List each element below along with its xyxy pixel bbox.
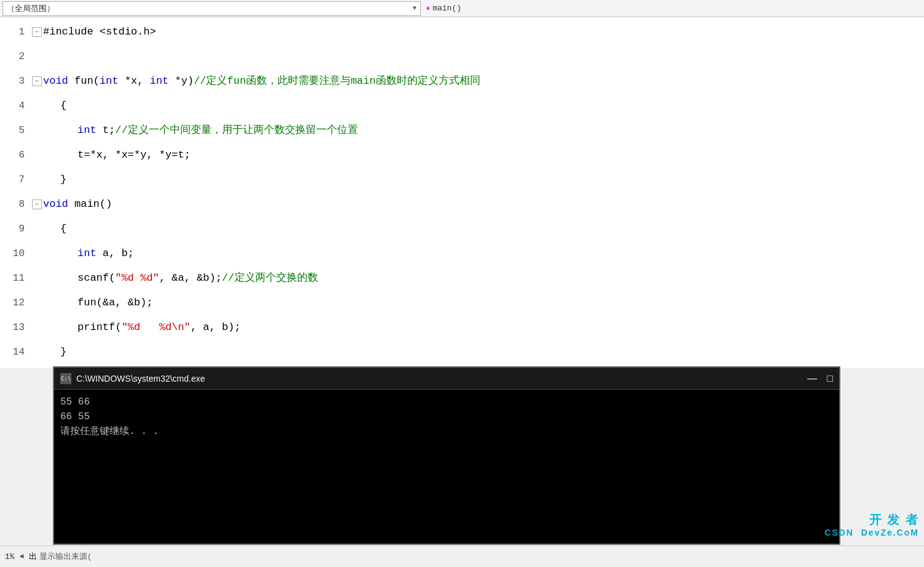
code-content: #include <stdio.h> [43,20,156,44]
code-content: printf("%d %d\n", a, b); [78,315,241,340]
line-number: 14 [0,340,32,364]
code-content: int a, b; [78,241,134,266]
code-line: 12fun(&a, &b); [0,291,924,315]
code-content: scanf("%d %d", &a, &b);//定义两个交换的数 [78,266,318,291]
line-number: 3 [0,69,32,94]
token-normal: <stdio.h> [100,26,156,38]
token-normal: } [60,174,66,185]
code-line: 13printf("%d %d\n", a, b); [0,315,924,340]
code-line: 8−void main() [0,192,924,217]
token-normal: { [60,223,66,235]
line-number: 10 [0,241,32,266]
cmd-icon: C:\ [60,373,71,384]
cmd-output-line: 55 66 [60,395,833,409]
maximize-button[interactable]: □ [827,374,833,384]
line-number: 4 [0,94,32,118]
scope-label: （全局范围） [7,3,55,14]
collapse-button[interactable]: − [32,199,42,209]
code-line: 14} [0,340,924,364]
code-content: } [60,340,66,364]
token-normal: , a, b); [191,321,241,333]
token-kw: int [149,75,169,87]
token-comment: //定义一个中间变量，用于让两个数交换留一个位置 [115,124,357,136]
line-number: 6 [0,143,32,167]
code-line: 5int t;//定义一个中间变量，用于让两个数交换留一个位置 [0,118,924,143]
status-bar: 1% ◄ 出 显示输出来源( [0,545,924,567]
zoom-control: 1% ◄ [5,552,24,561]
line-number: 11 [0,266,32,291]
code-content: { [60,217,66,241]
code-content: } [60,167,66,192]
token-normal: t=*x, *x=*y, *y=t; [78,149,191,161]
collapse-button[interactable]: − [32,76,42,86]
code-content: { [60,94,66,118]
token-normal: } [60,346,66,358]
cmd-titlebar: C:\ C:\WINDOWS\system32\cmd.exe — □ [54,368,839,390]
function-indicator: ♦ main() [426,4,461,13]
code-line: 1−#include <stdio.h> [0,20,924,44]
code-editor[interactable]: 1−#include <stdio.h>23−void fun(int *x, … [0,17,924,368]
watermark: 开 发 者 CSDN DevZe.CoM [824,512,919,537]
function-label: main() [432,4,461,13]
line-number: 8 [0,192,32,217]
token-normal: scanf( [78,272,115,284]
scroll-left-arrow[interactable]: ◄ [20,552,24,561]
token-str: "%d %d" [115,272,159,284]
code-line: 4{ [0,94,924,118]
token-normal: fun( [68,75,100,87]
line-number: 13 [0,315,32,340]
cmd-output-line: 请按任意键继续. . . [60,424,833,439]
token-normal: , &a, &b); [159,272,222,284]
cmd-controls: — □ [807,374,833,384]
code-area: 1−#include <stdio.h>23−void fun(int *x, … [0,17,924,367]
line-number: 5 [0,118,32,143]
token-normal: main() [68,198,112,210]
token-normal: #include [43,26,100,38]
code-line: 9{ [0,217,924,241]
scope-arrow: ▼ [413,5,416,12]
cmd-body: 55 6666 55请按任意键继续. . . [54,390,839,444]
code-line: 3−void fun(int *x, int *y)//定义fun函数，此时需要… [0,69,924,94]
token-kw: int [78,247,97,259]
cmd-window: C:\ C:\WINDOWS\system32\cmd.exe — □ 55 6… [53,366,840,545]
scope-dropdown[interactable]: （全局范围） ▼ [2,1,421,16]
code-line: 11scanf("%d %d", &a, &b);//定义两个交换的数 [0,266,924,291]
cmd-output-line: 66 55 [60,409,833,424]
token-normal: *y) [169,75,194,87]
token-normal: *x, [118,75,149,87]
token-normal: t; [97,124,116,136]
toolbar: （全局范围） ▼ ♦ main() [0,0,924,17]
token-normal: { [60,100,66,111]
code-line: 6t=*x, *x=*y, *y=t; [0,143,924,167]
code-line: 10int a, b; [0,241,924,266]
code-line: 7} [0,167,924,192]
output-source-label: 显示输出来源( [39,551,92,562]
token-comment: //定义fun函数，此时需要注意与main函数时的定义方式相同 [194,75,480,87]
code-content: t=*x, *x=*y, *y=t; [78,143,191,167]
token-kw: void [43,75,68,87]
code-line: 2 [0,44,924,69]
cmd-title: C:\WINDOWS\system32\cmd.exe [76,374,807,384]
token-str: "%d %d\n" [121,321,190,333]
token-kw: void [43,198,68,210]
token-comment: //定义两个交换的数 [222,272,318,284]
line-number: 2 [0,44,32,69]
minimize-button[interactable]: — [807,374,817,384]
line-number: 9 [0,217,32,241]
line-number: 7 [0,167,32,192]
token-normal: a, b; [97,247,134,259]
code-content: fun(&a, &b); [78,291,153,315]
gem-icon: ♦ [426,4,430,13]
token-kw: int [78,124,97,136]
output-label: 出 [29,551,37,562]
token-kw: int [100,75,119,87]
token-normal: printf( [78,321,121,333]
token-normal: fun(&a, &b); [78,297,153,308]
code-content: void fun(int *x, int *y)//定义fun函数，此时需要注意… [43,69,480,94]
line-number: 1 [0,20,32,44]
code-content: int t;//定义一个中间变量，用于让两个数交换留一个位置 [78,118,358,143]
collapse-button[interactable]: − [32,27,42,37]
code-content: void main() [43,192,112,217]
zoom-value: 1% [5,552,15,561]
line-number: 12 [0,291,32,315]
